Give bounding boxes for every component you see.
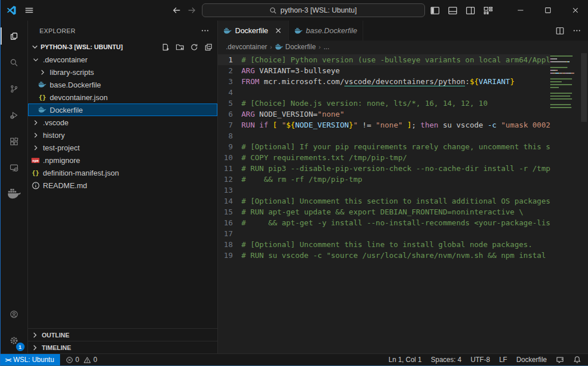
window-maximize-button[interactable] — [535, 0, 561, 21]
refresh-icon[interactable] — [190, 43, 198, 51]
toggle-primary-sidebar-icon[interactable] — [430, 6, 440, 15]
tree-item-label: base.Dockerfile — [50, 81, 101, 89]
statusbar-item[interactable]: LF — [499, 356, 507, 364]
code-line[interactable]: 10# COPY requirements.txt /tmp/pip-tmp/ — [218, 152, 550, 163]
line-number: 10 — [218, 152, 241, 163]
problems-indicator[interactable]: 0 0 — [60, 356, 97, 364]
code-line[interactable]: 16# && apt-get -y install --no-install-r… — [218, 217, 550, 228]
activitybar-remote-explorer[interactable] — [1, 154, 28, 181]
minimap[interactable] — [550, 55, 580, 110]
feedback-icon[interactable] — [556, 356, 564, 364]
code-line[interactable]: 11# RUN pip3 --disable-pip-version-check… — [218, 163, 550, 174]
chevron-down-icon — [30, 42, 39, 51]
window-close-button[interactable] — [563, 0, 588, 21]
outline-panel-label: OUTLINE — [42, 332, 69, 339]
search-icon — [10, 58, 18, 67]
activitybar-run-debug[interactable] — [1, 102, 28, 128]
tree-item-test-project[interactable]: test-project — [28, 141, 217, 154]
outline-panel-header[interactable]: OUTLINE — [28, 328, 217, 341]
sidebar-more-actions-icon[interactable] — [201, 26, 209, 35]
breadcrumb-item[interactable]: ... — [324, 43, 329, 51]
tree-item-label: test-project — [43, 144, 80, 152]
tab-base-dockerfile[interactable]: base.Dockerfile — [289, 21, 364, 41]
code-line[interactable]: 1# [Choice] Python version (use -bullsey… — [218, 54, 550, 65]
line-number: 15 — [218, 206, 241, 217]
line-number: 8 — [218, 130, 241, 141]
customize-layout-icon[interactable] — [483, 6, 493, 15]
tree-item--devcontainer[interactable]: .devcontainer — [28, 53, 217, 66]
code-editor[interactable]: 1# [Choice] Python version (use -bullsey… — [218, 53, 588, 353]
statusbar-item[interactable]: Dockerfile — [517, 356, 547, 364]
tree-item-label: devcontainer.json — [50, 93, 108, 102]
chevron-right-icon — [31, 118, 40, 127]
activitybar-accounts[interactable] — [1, 301, 28, 327]
close-tab-icon[interactable] — [274, 26, 283, 35]
tree-item--npmignore[interactable]: npm.npmignore — [28, 154, 217, 166]
code-line[interactable]: 14# [Optional] Uncomment this section to… — [218, 196, 550, 206]
code-line[interactable]: 17 — [218, 228, 550, 239]
errors-icon — [66, 356, 73, 364]
tree-item-readme-md[interactable]: README.md — [28, 179, 217, 192]
code-line[interactable]: 8 — [218, 130, 550, 141]
new-file-icon[interactable] — [161, 43, 170, 51]
activitybar-extensions[interactable] — [1, 128, 28, 154]
statusbar-item[interactable]: UTF-8 — [471, 356, 490, 364]
tree-item-base-dockerfile[interactable]: base.Dockerfile — [28, 78, 217, 91]
vscode-logo-icon — [6, 5, 17, 15]
code-line[interactable]: 12# && rm -rf /tmp/pip-tmp — [218, 174, 550, 185]
code-line[interactable]: 3FROM mcr.microsoft.com/vscode/devcontai… — [218, 76, 550, 87]
statusbar-item[interactable]: Ln 1, Col 1 — [388, 356, 422, 364]
activitybar-manage[interactable]: 1 — [1, 327, 28, 353]
activitybar-docker[interactable] — [1, 181, 28, 207]
tree-item-history[interactable]: history — [28, 129, 217, 141]
error-count: 0 — [76, 356, 80, 364]
code-line[interactable]: 19# RUN su vscode -c "source /usr/local/… — [218, 250, 550, 261]
nav-back-icon[interactable] — [172, 6, 181, 15]
nav-forward-icon[interactable] — [187, 6, 196, 15]
activitybar-search[interactable] — [1, 49, 28, 75]
editor-more-actions-icon[interactable] — [573, 26, 581, 35]
file-tree: .devcontainerlibrary-scriptsbase.Dockerf… — [28, 53, 217, 328]
toggle-secondary-sidebar-icon[interactable] — [466, 6, 475, 15]
tree-item-devcontainer-json[interactable]: {}devcontainer.json — [28, 91, 217, 104]
code-line[interactable]: 4 — [218, 87, 550, 98]
line-number: 18 — [218, 239, 241, 250]
window-minimize-button[interactable] — [508, 0, 533, 21]
breadcrumb-item[interactable]: Dockerfile — [275, 43, 316, 51]
timeline-panel-header[interactable]: TIMELINE — [28, 341, 217, 353]
breadcrumb-item[interactable]: .devcontainer — [226, 43, 267, 51]
code-line[interactable]: 5# [Choice] Node.js version: none, lts/*… — [218, 98, 550, 109]
titlebar: python-3 [WSL: Ubuntu] — [1, 0, 588, 21]
statusbar-item[interactable]: Spaces: 4 — [431, 356, 461, 364]
remote-indicator[interactable]: >< WSL: Ubuntu — [1, 354, 60, 365]
code-line[interactable]: 13 — [218, 185, 550, 196]
new-folder-icon[interactable] — [176, 43, 184, 51]
menu-hamburger-icon[interactable] — [25, 6, 34, 15]
code-line[interactable]: 6ARG NODE_VERSION="none" — [218, 109, 550, 120]
split-editor-icon[interactable] — [555, 26, 565, 35]
line-number: 9 — [218, 141, 241, 152]
code-line[interactable]: 2ARG VARIANT=3-bullseye — [218, 65, 550, 76]
toggle-panel-icon[interactable] — [448, 6, 458, 15]
command-center-search[interactable]: python-3 [WSL: Ubuntu] — [202, 3, 425, 17]
tree-item-label: history — [43, 131, 65, 140]
line-number: 2 — [218, 65, 241, 76]
tab-dockerfile[interactable]: Dockerfile — [218, 21, 289, 41]
vscode-window: python-3 [WSL: Ubuntu] — [0, 0, 588, 366]
line-number: 4 — [218, 87, 241, 98]
notifications-bell-icon[interactable] — [573, 356, 581, 364]
tree-item--vscode[interactable]: .vscode — [28, 116, 217, 129]
breadcrumb: .devcontainer›Dockerfile›... — [218, 41, 588, 53]
tree-item-definition-manifest-json[interactable]: {}definition-manifest.json — [28, 166, 217, 179]
workspace-section-header[interactable]: PYTHON-3 [WSL: UBUNTU] — [28, 41, 217, 53]
collapse-all-icon[interactable] — [204, 43, 213, 51]
code-line[interactable]: 18# [Optional] Uncomment this line to in… — [218, 239, 550, 250]
activitybar-explorer[interactable] — [1, 23, 28, 49]
code-line[interactable]: 9# [Optional] If your pip requirements r… — [218, 141, 550, 152]
editor-scrollbar[interactable] — [580, 53, 588, 353]
tree-item-library-scripts[interactable]: library-scripts — [28, 66, 217, 78]
tree-item-dockerfile[interactable]: Dockerfile — [28, 104, 217, 116]
activitybar-source-control[interactable] — [1, 75, 28, 102]
code-line[interactable]: 7RUN if [ "${NODE_VERSION}" != "none" ];… — [218, 120, 550, 130]
code-line[interactable]: 15# RUN apt-get update && export DEBIAN_… — [218, 206, 550, 217]
